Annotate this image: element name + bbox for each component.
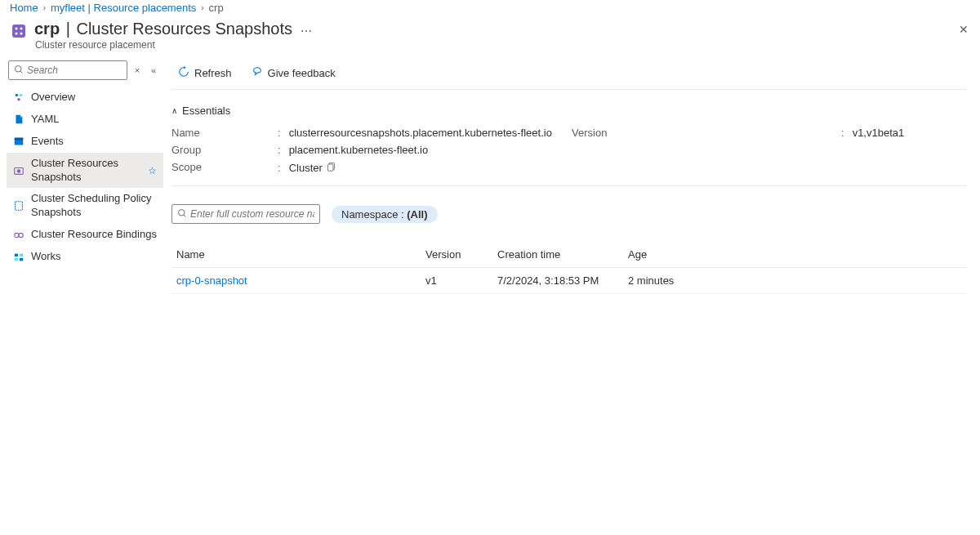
row-name-link[interactable]: crp-0-snapshot: [176, 274, 247, 287]
page-header: crp | Cluster Resources Snapshots ⋯ Clus…: [0, 20, 980, 51]
essentials-toggle[interactable]: ∧ Essentials: [172, 105, 967, 122]
search-icon: [14, 65, 24, 77]
filter-row: Namespace : (All): [172, 204, 967, 224]
svg-rect-0: [12, 25, 25, 38]
svg-line-24: [184, 215, 185, 216]
essentials-title: Essentials: [182, 105, 230, 117]
svg-point-1: [16, 28, 18, 30]
svg-point-3: [16, 33, 18, 35]
bindings-icon: [13, 230, 24, 241]
sidebar-item-works[interactable]: Works: [7, 246, 163, 268]
chevron-right-icon: ›: [201, 3, 203, 12]
namespace-filter[interactable]: Namespace : (All): [332, 206, 438, 223]
feedback-icon: [252, 66, 263, 80]
svg-point-8: [20, 94, 23, 97]
svg-point-9: [17, 98, 20, 101]
svg-rect-17: [15, 253, 18, 256]
sidebar-item-label: Overview: [31, 91, 75, 105]
namespace-filter-value: (All): [407, 208, 427, 221]
feedback-label: Give feedback: [268, 67, 336, 79]
col-version[interactable]: Version: [421, 242, 492, 268]
col-age[interactable]: Age: [623, 242, 967, 268]
command-bar: Refresh Give feedback: [172, 60, 967, 90]
value-name: :clusterresourcesnapshots.placement.kube…: [278, 127, 572, 139]
sidebar-search-input[interactable]: [24, 65, 122, 76]
chevron-right-icon: ›: [43, 3, 46, 12]
svg-point-7: [16, 94, 19, 97]
label-group: Group: [172, 144, 278, 156]
table-row[interactable]: crp-0-snapshotv17/2/2024, 3:18:53 PM2 mi…: [172, 268, 967, 294]
refresh-label: Refresh: [194, 67, 232, 79]
col-creation[interactable]: Creation time: [492, 242, 623, 268]
svg-point-16: [19, 233, 23, 237]
feedback-button[interactable]: Give feedback: [245, 63, 342, 83]
sidebar-item-overview[interactable]: Overview: [7, 87, 163, 109]
snapshots-icon: [13, 165, 24, 176]
value-scope: :Cluster: [278, 161, 572, 174]
svg-point-5: [16, 65, 22, 72]
label-version: Version: [572, 127, 841, 139]
chevron-up-icon: ∧: [172, 106, 177, 115]
sidebar-item-bindings[interactable]: Cluster Resource Bindings: [7, 224, 163, 246]
table-header-row: Name Version Creation time Age: [172, 242, 967, 268]
refresh-icon: [178, 66, 189, 80]
main-content: Refresh Give feedback ∧ Essentials Name …: [163, 60, 980, 294]
value-version: :v1,v1beta1: [841, 127, 967, 139]
sidebar-item-policy[interactable]: Cluster Scheduling Policy Snapshots: [7, 188, 163, 224]
sidebar-item-label: YAML: [31, 113, 59, 127]
breadcrumb-fleet[interactable]: myfleet | Resource placements: [51, 2, 196, 14]
row-age: 2 minutes: [623, 268, 967, 294]
svg-rect-11: [15, 138, 24, 140]
sidebar-item-events[interactable]: Events: [7, 131, 163, 153]
sidebar-item-label: Cluster Resources Snapshots: [31, 157, 141, 185]
refresh-button[interactable]: Refresh: [172, 63, 238, 83]
resource-type-label: Cluster resource placement: [35, 39, 312, 51]
svg-rect-18: [20, 253, 23, 256]
value-group: :placement.kubernetes-fleet.io: [278, 144, 572, 156]
svg-point-2: [20, 28, 23, 30]
svg-line-6: [20, 71, 22, 73]
sidebar-item-yaml[interactable]: YAML: [7, 109, 163, 131]
svg-point-15: [15, 233, 19, 237]
breadcrumb-current: crp: [209, 2, 224, 14]
sidebar: × « OverviewYAMLEventsCluster Resources …: [7, 60, 163, 294]
policy-icon: [13, 200, 24, 212]
page-title: crp | Cluster Resources Snapshots: [34, 20, 292, 38]
sidebar-item-label: Cluster Resource Bindings: [31, 228, 157, 242]
svg-point-4: [20, 33, 23, 35]
svg-rect-20: [20, 257, 23, 261]
label-name: Name: [172, 127, 278, 139]
svg-rect-22: [327, 164, 333, 171]
col-name[interactable]: Name: [172, 242, 421, 268]
label-scope: Scope: [172, 161, 278, 174]
sidebar-nav: OverviewYAMLEventsCluster Resources Snap…: [7, 87, 163, 268]
essentials-section: ∧ Essentials Name :clusterresourcesnapsh…: [172, 105, 967, 186]
row-creation: 7/2/2024, 3:18:53 PM: [492, 268, 623, 294]
yaml-icon: [13, 114, 24, 125]
breadcrumb-home[interactable]: Home: [10, 2, 38, 14]
sidebar-search[interactable]: [8, 60, 127, 80]
breadcrumb: Home › myfleet | Resource placements › c…: [0, 0, 980, 20]
sidebar-item-label: Works: [31, 250, 61, 264]
overview-icon: [13, 91, 24, 103]
resource-search-input[interactable]: [187, 208, 314, 220]
more-actions-button[interactable]: ⋯: [301, 25, 312, 38]
sidebar-item-label: Cluster Scheduling Policy Snapshots: [31, 192, 157, 220]
close-button[interactable]: ✕: [959, 23, 969, 36]
sidebar-item-snapshots[interactable]: Cluster Resources Snapshots☆: [7, 153, 163, 189]
pin-button[interactable]: ×: [131, 60, 144, 80]
essentials-properties: Name :clusterresourcesnapshots.placement…: [172, 122, 967, 186]
collapse-sidebar-button[interactable]: «: [147, 60, 160, 80]
svg-point-23: [179, 209, 185, 216]
svg-rect-14: [16, 202, 23, 211]
star-icon[interactable]: ☆: [148, 165, 157, 176]
namespace-filter-label: Namespace :: [341, 208, 404, 221]
sidebar-item-label: Events: [31, 135, 64, 149]
svg-point-13: [17, 169, 20, 172]
row-version: v1: [421, 268, 492, 294]
copy-icon[interactable]: [326, 161, 336, 174]
resources-table: Name Version Creation time Age crp-0-sna…: [172, 242, 967, 294]
resource-icon: [10, 22, 28, 40]
svg-rect-19: [15, 257, 18, 261]
resource-search[interactable]: [172, 204, 320, 224]
